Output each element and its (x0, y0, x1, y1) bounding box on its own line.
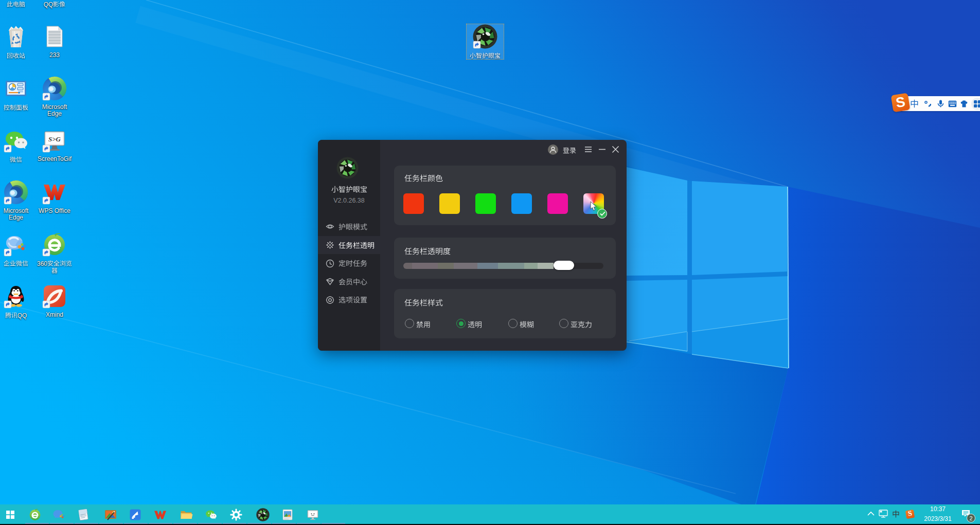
svg-text:S>G: S>G (48, 135, 61, 143)
